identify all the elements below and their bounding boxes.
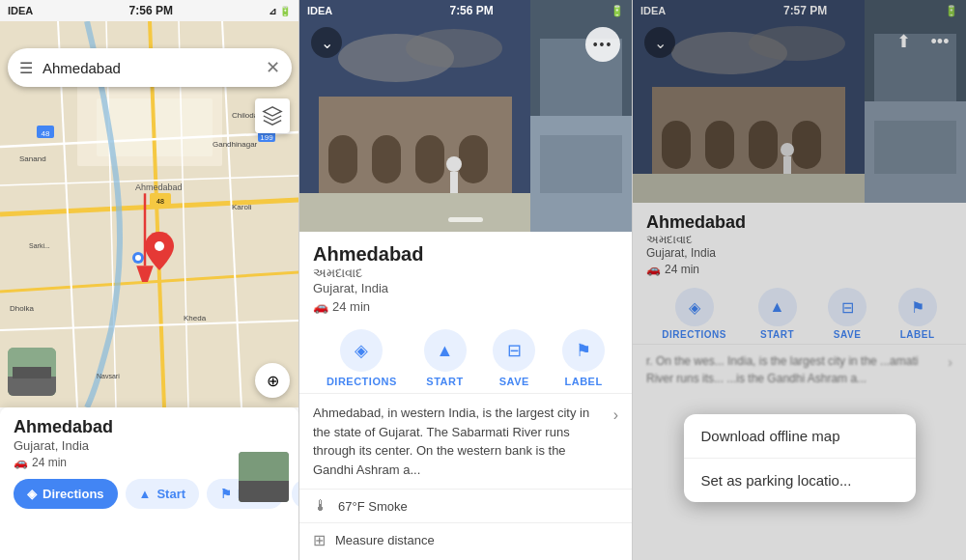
place-local-name-3: અમદાવાદ — [646, 233, 952, 246]
time-2: 7:56 PM — [449, 4, 493, 17]
label-action-2[interactable]: ⚑ LABEL — [562, 329, 605, 387]
svg-point-59 — [749, 26, 845, 61]
card-title-1: Ahmedabad — [14, 417, 285, 437]
start-label-3: START — [760, 329, 794, 340]
description-3: r. On the wes... India, is the largest c… — [633, 345, 966, 395]
context-menu-panel: IDEA 7:57 PM 🔋 — [633, 0, 966, 560]
location-button[interactable]: ⊕ — [255, 363, 290, 398]
save-icon-2: ⊟ — [493, 329, 535, 372]
svg-text:Sarki...: Sarki... — [29, 242, 50, 249]
svg-rect-64 — [792, 121, 821, 169]
carrier-1: IDEA — [8, 5, 33, 16]
download-offline-item[interactable]: Download offline map — [684, 414, 916, 459]
svg-rect-62 — [705, 121, 734, 169]
battery-1: ⊿ 🔋 — [269, 6, 291, 16]
place-drive-2: 🚗24 min — [313, 299, 618, 314]
description-text-2: Ahmedabad, in western India, is the larg… — [313, 404, 606, 479]
svg-text:199: 199 — [260, 133, 273, 142]
share-button[interactable]: ⬆ Sh... — [292, 479, 299, 509]
place-info-3: Ahmedabad અમદાવાદ Gujarat, India 🚗24 min — [633, 203, 966, 282]
save-label-2: SAVE — [499, 376, 529, 387]
start-label-2: START — [426, 376, 463, 387]
place-local-name-2: અમદાવાદ — [313, 266, 618, 281]
carrier-3: IDEA — [640, 5, 666, 16]
save-action-2[interactable]: ⊟ SAVE — [493, 329, 535, 387]
svg-rect-47 — [415, 135, 444, 183]
place-region-3: Gujarat, India — [646, 246, 952, 260]
parking-location-item[interactable]: Set as parking locatio... — [684, 459, 916, 502]
expand-icon-3: › — [948, 352, 952, 387]
directions-icon-3: ◈ — [675, 288, 714, 326]
action-row-3: ◈ DIRECTIONS ▲ START ⊟ SAVE ⚑ LABEL — [633, 282, 966, 345]
directions-action-2[interactable]: ◈ DIRECTIONS — [327, 329, 397, 387]
svg-rect-51 — [299, 193, 531, 232]
directions-label-3: DIRECTIONS — [662, 329, 726, 340]
layer-button[interactable] — [255, 98, 290, 133]
back-arrow-3[interactable]: ⌄ — [644, 27, 675, 58]
svg-text:Karoli: Karoli — [232, 203, 252, 211]
street-view-thumb[interactable] — [8, 348, 56, 396]
svg-text:48: 48 — [42, 129, 50, 138]
svg-text:Kheda: Kheda — [184, 314, 207, 322]
hamburger-icon[interactable]: ☰ — [19, 59, 33, 77]
svg-point-49 — [446, 156, 462, 172]
svg-text:Dholka: Dholka — [10, 304, 34, 313]
place-detail-panel: IDEA 7:56 PM 🔋 — [299, 0, 633, 560]
action-row-2: ◈ DIRECTIONS ▲ START ⊟ SAVE ⚑ LABEL — [299, 322, 632, 394]
place-name-2: Ahmedabad — [313, 243, 618, 266]
weather-row-2: 🌡 67°F Smoke — [299, 489, 632, 522]
measure-icon-2: ⊞ — [313, 531, 326, 549]
directions-action-3[interactable]: ◈ DIRECTIONS — [662, 288, 726, 340]
directions-icon: ◈ — [27, 487, 37, 501]
map-area[interactable]: Ahmedabad Sanand Karoli Gandhinagar Chil… — [0, 21, 299, 407]
expand-icon-2: › — [613, 404, 618, 427]
place-card-1: Ahmedabad Gujarat, India 🚗 24 min ◈ Dire… — [0, 407, 298, 560]
carrier-2: IDEA — [307, 5, 332, 16]
card-thumbnail — [239, 452, 289, 502]
start-button[interactable]: ▲ Start — [126, 479, 200, 509]
svg-text:Sanand: Sanand — [19, 154, 46, 163]
status-bar-3: IDEA 7:57 PM 🔋 — [633, 0, 966, 21]
svg-rect-40 — [239, 481, 289, 502]
description-text-3: r. On the wes... India, is the largest c… — [646, 352, 948, 387]
label-label-3: LABEL — [900, 329, 935, 340]
save-action-3[interactable]: ⊟ SAVE — [828, 288, 867, 340]
drag-handle-2 — [448, 217, 483, 222]
description-2[interactable]: Ahmedabad, in western India, is the larg… — [299, 394, 632, 489]
svg-rect-48 — [459, 135, 488, 183]
measure-text-2: Measure distance — [335, 533, 435, 547]
svg-rect-37 — [8, 377, 56, 396]
search-bar[interactable]: ☰ Ahmedabad ✕ — [8, 48, 292, 87]
place-name-3: Ahmedabad — [646, 212, 952, 233]
svg-rect-61 — [662, 121, 691, 169]
measure-row-2[interactable]: ⊞ Measure distance — [299, 522, 632, 557]
more-icon-3[interactable]: ••• — [925, 27, 954, 56]
share-icon-3[interactable]: ⬆ — [889, 27, 918, 56]
start-icon-2: ▲ — [424, 329, 467, 372]
svg-rect-67 — [633, 174, 865, 203]
context-menu-top[interactable]: Download offline map Set as parking loca… — [684, 414, 916, 502]
directions-icon-2: ◈ — [340, 329, 383, 372]
start-icon: ▲ — [139, 487, 152, 501]
time-3: 7:57 PM — [783, 4, 827, 17]
card-subtitle-1: Gujarat, India — [14, 438, 285, 453]
label-icon-2: ⚑ — [562, 329, 605, 372]
close-icon[interactable]: ✕ — [266, 57, 280, 78]
svg-rect-46 — [372, 135, 401, 183]
start-action-3[interactable]: ▲ START — [758, 288, 797, 340]
svg-point-65 — [781, 143, 794, 156]
svg-rect-72 — [874, 121, 956, 174]
place-region-2: Gujarat, India — [313, 281, 618, 295]
svg-rect-45 — [328, 135, 357, 183]
more-options-button-2[interactable]: ••• — [585, 27, 620, 62]
place-info-2: Ahmedabad અમદાવાદ Gujarat, India 🚗24 min — [299, 232, 632, 322]
back-arrow-2[interactable]: ⌄ — [311, 27, 342, 58]
hero-image-2: ⌄ ••• — [299, 0, 632, 232]
place-drive-3: 🚗24 min — [646, 263, 952, 276]
svg-rect-56 — [540, 135, 622, 193]
status-bar-1: IDEA 7:56 PM ⊿ 🔋 — [0, 0, 298, 21]
start-action-2[interactable]: ▲ START — [424, 329, 467, 387]
directions-button[interactable]: ◈ Directions — [14, 479, 118, 509]
svg-point-43 — [406, 29, 502, 68]
label-action-3[interactable]: ⚑ LABEL — [898, 288, 937, 340]
